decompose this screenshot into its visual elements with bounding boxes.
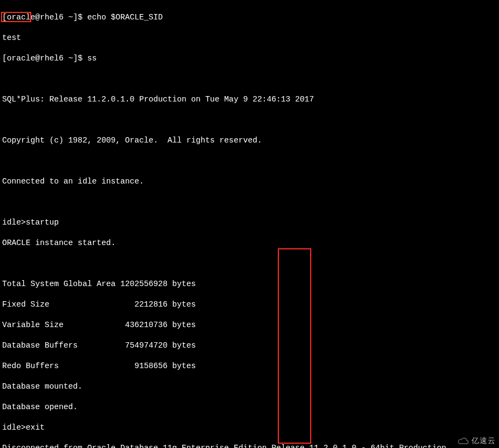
shell-prompt: [oracle@rhel6 ~]$: [2, 13, 87, 22]
db-opened-line: Database opened.: [2, 402, 497, 412]
sqlplus-banner: SQL*Plus: Release 11.2.0.1.0 Production …: [2, 94, 497, 105]
terminal-output[interactable]: [oracle@rhel6 ~]$ echo $ORACLE_SID test …: [0, 0, 499, 448]
blank-line: [2, 74, 497, 84]
db-buffers-line: Database Buffers 754974720 bytes: [2, 341, 497, 351]
db-mounted-line: Database mounted.: [2, 382, 497, 392]
copyright-line: Copyright (c) 1982, 2009, Oracle. All ri…: [2, 135, 497, 146]
idle-exit-line: idle>exit: [2, 423, 497, 433]
idle-startup-line: idle>startup: [2, 218, 497, 228]
cloud-icon: [457, 437, 469, 445]
sga-line: Total System Global Area 1202556928 byte…: [2, 279, 497, 289]
blank-line: [2, 115, 497, 125]
fixed-size-line: Fixed Size 2212816 bytes: [2, 300, 497, 310]
sid-output: test: [2, 33, 497, 43]
blank-line: [2, 156, 497, 166]
instance-started-line: ORACLE instance started.: [2, 238, 497, 248]
command-echo: echo $ORACLE_SID: [87, 13, 163, 22]
redo-buffers-line: Redo Buffers 9158656 bytes: [2, 361, 497, 371]
prompt-line-ss: [oracle@rhel6 ~]$ ss: [2, 53, 497, 64]
shell-prompt: [oracle@rhel6 ~]$: [2, 54, 87, 63]
command-ss: ss: [87, 54, 97, 63]
prompt-line-echo: [oracle@rhel6 ~]$ echo $ORACLE_SID: [2, 12, 497, 23]
watermark: 亿速云: [457, 436, 496, 446]
blank-line: [2, 197, 497, 207]
variable-size-line: Variable Size 436210736 bytes: [2, 320, 497, 330]
blank-line: [2, 259, 497, 269]
watermark-text: 亿速云: [471, 436, 496, 446]
connected-line: Connected to an idle instance.: [2, 177, 497, 187]
disconnected-line-1: Disconnected from Oracle Database 11g En…: [2, 443, 497, 448]
